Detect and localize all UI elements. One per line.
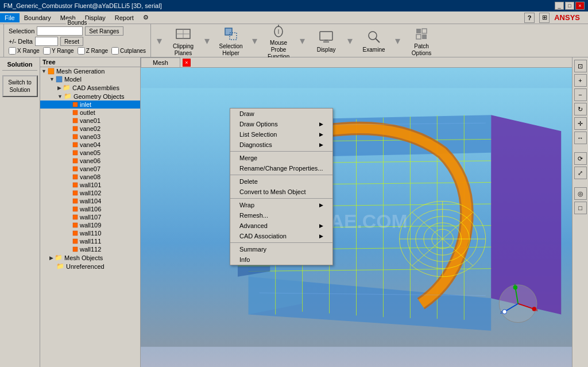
mesh-tab-close[interactable]: ×: [183, 59, 191, 67]
tree-node[interactable]: wall106: [40, 205, 140, 213]
display-label: Display: [317, 46, 336, 53]
tree-node[interactable]: vane08: [40, 173, 140, 181]
svg-rect-27: [73, 167, 78, 171]
svg-rect-21: [73, 118, 78, 123]
display-button[interactable]: Display: [306, 25, 346, 56]
tree-node[interactable]: wall111: [40, 237, 140, 245]
context-menu-item[interactable]: List Selection▶: [230, 129, 332, 140]
context-menu-item[interactable]: Draw: [230, 109, 332, 119]
examine-button[interactable]: Examine: [354, 25, 394, 56]
tree-node[interactable]: vane02: [40, 125, 140, 133]
clipping-planes-icon: [174, 25, 192, 43]
mesh-3d-view: 1CAE.COM x y z: [141, 68, 572, 367]
svg-rect-14: [422, 29, 427, 33]
svg-rect-3: [225, 28, 232, 35]
tree-node[interactable]: ▼Model: [40, 75, 140, 83]
context-menu-item[interactable]: Draw Options▶: [230, 119, 332, 129]
right-toolbar: ⊡ + − ↻ ✛ ↔ ⟳ ⤢ ◎ □: [572, 57, 588, 367]
y-range-check[interactable]: Y Range: [43, 47, 74, 55]
tree-node[interactable]: ▼📁Geometry Objects: [40, 92, 140, 101]
tree-node[interactable]: vane05: [40, 149, 140, 157]
svg-rect-13: [416, 29, 421, 33]
rt-expand[interactable]: ⤢: [574, 167, 587, 179]
selection-helper-button[interactable]: SelectionHelper: [211, 22, 251, 59]
rt-pan[interactable]: ✛: [574, 117, 587, 130]
menu-settings[interactable]: ⚙: [138, 13, 153, 22]
context-menu-item[interactable]: Advanced▶: [230, 221, 332, 231]
switch-to-solution-button[interactable]: Switch toSolution: [2, 75, 38, 97]
rt-zoom-out[interactable]: −: [574, 88, 587, 101]
rt-scale[interactable]: ↔: [574, 132, 587, 144]
mesh-tab-bar: Mesh ×: [141, 57, 572, 68]
tree-node[interactable]: outlet: [40, 109, 140, 117]
tree-node[interactable]: wall101: [40, 181, 140, 189]
help-button[interactable]: ?: [524, 13, 535, 23]
tree-node[interactable]: ▶📁CAD Assemblies: [40, 83, 140, 92]
svg-rect-23: [73, 134, 78, 139]
context-menu-item[interactable]: Delete: [230, 176, 332, 187]
set-ranges-button[interactable]: Set Ranges: [85, 26, 123, 36]
menu-report[interactable]: Report: [110, 13, 138, 22]
z-range-check[interactable]: Z Range: [78, 47, 108, 55]
mesh-tab[interactable]: Mesh: [141, 57, 180, 67]
tree-node[interactable]: wall110: [40, 229, 140, 237]
tree-node[interactable]: wall107: [40, 213, 140, 221]
delta-label: +/- Delta: [9, 38, 33, 45]
tree-node[interactable]: ▶📁Mesh Objects: [40, 253, 140, 262]
context-menu-item[interactable]: CAD Association▶: [230, 231, 332, 241]
mouse-probe-button[interactable]: MouseProbeFunction: [258, 19, 299, 63]
svg-point-85: [532, 307, 537, 311]
menu-boundary[interactable]: Boundary: [20, 13, 56, 22]
rt-zoom-fit[interactable]: ⊡: [574, 60, 587, 72]
tree-node[interactable]: vane01: [40, 117, 140, 125]
x-range-check[interactable]: X Range: [9, 47, 40, 55]
rt-zoom-in[interactable]: +: [574, 74, 587, 87]
reset-button[interactable]: Reset: [60, 37, 83, 46]
maximize-button[interactable]: □: [565, 2, 574, 10]
context-menu-item[interactable]: Info: [230, 254, 332, 265]
tree-node[interactable]: wall102: [40, 189, 140, 197]
context-menu-item[interactable]: Remesh...: [230, 210, 332, 221]
tree-node[interactable]: 📁Unreferenced: [40, 262, 140, 271]
tree-node[interactable]: wall104: [40, 197, 140, 205]
bounds-section: Bounds Selection Set Ranges +/- Delta 0 …: [3, 24, 151, 57]
patch-options-button[interactable]: PatchOptions: [401, 22, 442, 59]
examine-icon: [365, 28, 383, 46]
context-menu-item[interactable]: Diagnostics▶: [230, 140, 332, 150]
tree-node[interactable]: wall109: [40, 221, 140, 229]
menu-file[interactable]: File: [0, 13, 20, 22]
context-menu-item[interactable]: Wrap▶: [230, 200, 332, 210]
examine-label: Examine: [363, 46, 385, 53]
context-menu-item[interactable]: Summary: [230, 244, 332, 254]
ansys-logo: ANSYS: [554, 13, 585, 22]
context-menu-item[interactable]: Rename/Change Properties...: [230, 163, 332, 173]
close-button[interactable]: ×: [575, 2, 585, 10]
tree-node[interactable]: vane06: [40, 157, 140, 165]
svg-point-11: [369, 32, 377, 40]
rt-rotate[interactable]: ↻: [574, 103, 587, 115]
context-menu-item[interactable]: Convert to Mesh Object: [230, 187, 332, 197]
svg-rect-25: [73, 150, 78, 155]
mesh-viewport[interactable]: 1CAE.COM x y z: [141, 68, 572, 367]
tree-node[interactable]: inlet: [40, 101, 140, 109]
context-menu-item[interactable]: Merge: [230, 153, 332, 163]
tree-node[interactable]: vane07: [40, 165, 140, 173]
tree-node[interactable]: vane04: [40, 141, 140, 149]
titlebar: FM_Generic_Combustor Fluent@aYaDELLi5 [3…: [0, 0, 588, 11]
clipping-planes-button[interactable]: ClippingPlanes: [163, 22, 203, 59]
rt-circle[interactable]: ◎: [574, 187, 587, 200]
view-button[interactable]: ⊞: [539, 13, 550, 23]
rt-orbit[interactable]: ⟳: [574, 152, 587, 165]
delta-input[interactable]: 0: [35, 37, 58, 46]
selection-input[interactable]: [37, 26, 83, 36]
svg-rect-34: [73, 223, 78, 227]
svg-rect-29: [73, 183, 78, 187]
rt-rect[interactable]: □: [574, 202, 587, 214]
svg-rect-33: [73, 215, 78, 219]
tree-node[interactable]: ▼Mesh Generation: [40, 67, 140, 75]
minimize-button[interactable]: _: [555, 2, 564, 10]
svg-point-87: [502, 310, 507, 314]
tree-node[interactable]: vane03: [40, 133, 140, 141]
cutplanes-check[interactable]: Cutplanes: [111, 47, 146, 55]
tree-node[interactable]: wall112: [40, 245, 140, 253]
